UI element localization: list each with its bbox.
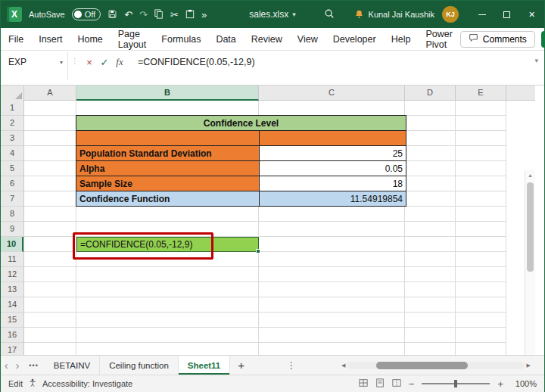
row-header[interactable]: 6 [1,176,23,191]
page-layout-view-icon[interactable] [375,378,385,389]
vertical-scroll-thumb[interactable] [527,182,534,272]
row-header[interactable]: 14 [1,297,23,313]
autosave-label: AutoSave [29,10,65,19]
fill-handle[interactable] [256,249,260,254]
close-button[interactable]: × [519,1,544,28]
cell-b7-label[interactable]: Confidence Function [76,191,260,207]
row-header[interactable]: 17 [1,343,23,355]
save-icon[interactable] [107,9,117,20]
row-header[interactable]: 8 [1,207,23,222]
document-title[interactable]: sales.xlsx ▾ [249,1,296,28]
zoom-out-icon[interactable]: − [409,378,415,390]
sheet-tab-sheet11[interactable]: Sheet11 [179,356,230,375]
more-options-icon[interactable]: ⋮ [287,360,296,371]
select-all-corner[interactable] [1,86,24,101]
menu-tab-home[interactable]: Home [70,28,110,51]
enter-icon[interactable]: ✓ [97,54,112,70]
notification-area[interactable]: Kunal Jai Kaushik [354,9,434,20]
row-header[interactable]: 12 [1,267,23,282]
drag-handle-icon: ⋮ [71,57,79,65]
scroll-right-icon[interactable]: ▶ [527,362,531,369]
column-header-d[interactable]: D [405,86,456,101]
cells-area[interactable]: Confidence Level Population Standard Dev… [24,101,506,355]
column-header-e[interactable]: E [456,86,506,101]
column-header-c[interactable]: C [259,86,405,101]
menu-tab-insert[interactable]: Insert [31,28,70,51]
formula-bar-expand-icon[interactable]: ▾ [534,57,538,64]
sheet-nav-left-icon[interactable]: ‹ [1,359,12,372]
cell-c3[interactable] [260,131,406,146]
row-header[interactable]: 15 [1,313,23,328]
menu-tab-data[interactable]: Data [208,28,243,51]
cell-b6-label[interactable]: Sample Size [76,176,260,191]
share-button[interactable] [541,31,545,48]
menu-tab-file[interactable]: File [1,28,31,51]
cut-icon[interactable]: ✂ [170,10,179,20]
menu-tab-review[interactable]: Review [244,28,290,51]
cancel-icon[interactable]: × [82,54,97,70]
minimize-button[interactable] [469,1,494,28]
row-header[interactable]: 3 [1,131,23,146]
column-header-b[interactable]: B [76,86,259,101]
row-header[interactable]: 1 [1,101,23,116]
cell-b5-label[interactable]: Alpha [76,161,260,176]
menu-tab-formulas[interactable]: Formulas [154,28,208,51]
page-break-view-icon[interactable] [392,378,401,389]
undo-icon[interactable]: ↶ [124,10,132,20]
insert-function-icon[interactable]: fx [112,54,127,70]
search-icon[interactable] [324,8,335,20]
maximize-button[interactable] [494,1,519,28]
zoom-in-icon[interactable]: + [497,378,503,390]
sheet-list-ellipsis[interactable]: ••• [23,362,44,369]
scroll-left-icon[interactable]: ◀ [341,362,345,369]
row-header[interactable]: 9 [1,222,23,237]
row-header[interactable]: 2 [1,116,23,131]
vertical-scrollbar[interactable]: ▲ ▼ [525,170,535,355]
cell-b4-label[interactable]: Population Standard Deviation [76,146,260,161]
zoom-slider-knob[interactable] [454,380,457,387]
chevron-down-icon[interactable]: ▾ [60,59,63,66]
add-sheet-icon[interactable]: + [230,359,252,372]
row-header[interactable]: 10 [1,237,23,252]
normal-view-icon[interactable] [359,378,368,389]
horizontal-scrollbar[interactable]: ◀ ▶ [341,361,531,370]
horizontal-scroll-thumb[interactable] [376,362,468,369]
accessibility-status[interactable]: Accessibility: Investigate [42,379,132,388]
autosave-toggle[interactable]: Off [72,8,101,20]
cell-c5-value[interactable]: 0.05 [260,161,406,176]
menu-tab-page-layout[interactable]: Page Layout [111,28,154,51]
row-header[interactable]: 13 [1,282,23,297]
name-box[interactable]: EXP ▾ [1,54,67,70]
horizontal-scroll-track[interactable] [347,362,524,369]
sheet-nav-right-icon[interactable]: › [12,359,23,372]
menu-tab-view[interactable]: View [290,28,325,51]
cell-c6-value[interactable]: 18 [260,176,406,191]
row-header[interactable]: 11 [1,252,23,267]
cell-c4-value[interactable]: 25 [260,146,406,161]
menu-tab-help[interactable]: Help [384,28,419,51]
sheet-tab-betainv[interactable]: BETAINV [45,356,100,375]
copy-icon[interactable] [154,9,164,20]
excel-logo-icon[interactable]: X [7,7,22,22]
more-commands-icon[interactable]: » [201,10,207,20]
column-header-a[interactable]: A [24,86,76,101]
zoom-level[interactable]: 100% [511,379,537,388]
menu-tab-developer[interactable]: Developer [325,28,384,51]
cell-c7-value[interactable]: 11.54919854 [260,191,406,207]
cell-b3[interactable] [76,131,260,146]
avatar[interactable]: KJ [442,6,459,23]
formula-input[interactable]: =CONFIDENCE(0.05,-12,9) [138,54,255,70]
redo-icon: ↷ [139,10,148,20]
zoom-slider[interactable] [422,383,490,384]
excel-window: X AutoSave Off ↶ ↷ ✂ » sales.xlsx ▾ [0,0,545,392]
row-header[interactable]: 4 [1,146,23,161]
row-header[interactable]: 16 [1,328,23,343]
comments-button[interactable]: Comments [460,31,535,48]
menu-tab-power-pivot[interactable]: Power Pivot [418,28,459,51]
paste-icon[interactable] [185,9,195,20]
scroll-up-icon[interactable]: ▲ [525,170,535,181]
table-title-cell[interactable]: Confidence Level [76,116,406,131]
row-header[interactable]: 7 [1,191,23,207]
row-header[interactable]: 5 [1,161,23,176]
sheet-tab-ceiling-function[interactable]: Ceiling function [100,356,179,375]
